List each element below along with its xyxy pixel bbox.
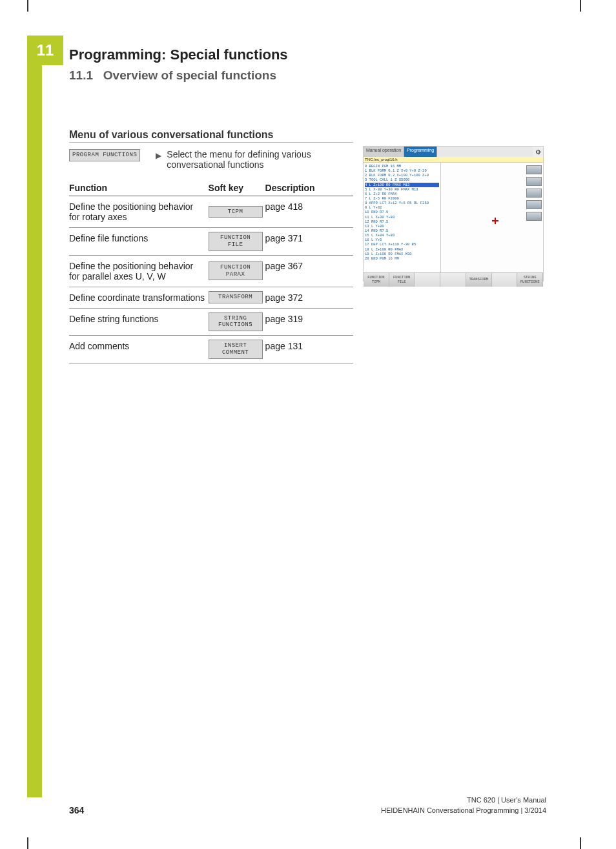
sc-code-line: 19 L Z+100 R0 FMAX M30 [365, 252, 439, 256]
cell-function: Define the positioning behavior for rota… [69, 196, 209, 228]
subtitle-number: 11.1 [69, 68, 93, 82]
sc-code-listing: 0 BEGIN PGM 16 MM1 BLK FORM 0.1 Z X+0 Y+… [364, 163, 441, 272]
cell-function: Add comments [69, 336, 209, 363]
arrow-icon: ▶ [156, 151, 161, 170]
crop-mark [580, 0, 581, 12]
section-heading: Menu of various conversational functions [69, 129, 353, 143]
page-title: Programming: Special functions [69, 46, 288, 63]
axis-button [526, 165, 542, 174]
sc-code-line: 9 L Y+32 [365, 205, 439, 210]
cell-description: page 319 [265, 308, 353, 336]
sc-softkey [415, 273, 440, 287]
sc-softkey-row: FUNCTION TCPMFUNCTION FILETRANSFORMSTRIN… [364, 272, 543, 287]
gear-icon: ⚙ [533, 147, 543, 157]
crop-mark [27, 0, 28, 12]
th-function: Function [69, 179, 209, 196]
intro-text: Select the menu for defining various con… [167, 149, 353, 170]
cell-description: page 371 [265, 228, 353, 256]
sc-code-line: 2 BLK FORM 0.2 X+100 Y+100 Z+0 [365, 173, 439, 178]
softkey-string-functions: STRING FUNCTIONS [209, 312, 263, 332]
crosshair-icon [492, 218, 498, 224]
th-softkey: Soft key [209, 179, 265, 196]
sc-code-line: 16 L Y+5 [365, 238, 439, 242]
sc-softkey [492, 273, 518, 287]
softkey-program-functions: PROGRAM FUNCTIONS [69, 149, 140, 161]
chapter-number-badge: 11 [27, 36, 63, 65]
sc-code-line: 12 RND R7.5 [365, 220, 439, 224]
sc-code-line: 4 L Z+100 R0 FMAX M13 [365, 183, 439, 187]
table-row: Define file functions FUNCTION FILE page… [69, 228, 353, 256]
sc-code-line: 0 BEGIN PGM 16 MM [365, 164, 439, 169]
softkey-insert-comment: INSERT COMMENT [209, 340, 263, 359]
axis-button [526, 189, 542, 198]
functions-table: Function Soft key Description Define the… [69, 179, 353, 363]
sc-code-line: 17 DEP LCT X+110 Y-30 R5 [365, 242, 439, 247]
cell-description: page 367 [265, 255, 353, 287]
table-row: Define the positioning behavior for para… [69, 255, 353, 287]
sc-code-line: 6 L Z+2 R0 FMAX [365, 192, 439, 196]
softkey-function-file: FUNCTION FILE [209, 232, 263, 251]
sc-code-line: 15 L X+84 Y+80 [365, 233, 439, 238]
sc-tab-programming: Programming [404, 147, 437, 157]
axis-button [526, 200, 542, 209]
sc-code-line: 18 L Z+100 R0 FMAX [365, 247, 439, 252]
softkey-transform: TRANSFORM [209, 291, 263, 303]
crop-mark [27, 837, 28, 849]
table-row: Add comments INSERT COMMENT page 131 [69, 336, 353, 363]
page-subtitle: 11.1 Overview of special functions [69, 68, 276, 83]
sc-softkey [440, 273, 466, 287]
table-row: Define coordinate transformations TRANSF… [69, 287, 353, 308]
sc-code-line: 5 L X-30 Y+30 R0 FMAX M13 [365, 187, 439, 192]
axis-button [526, 177, 542, 186]
axis-button [526, 212, 542, 221]
sc-code-line: 20 END PGM 16 MM [365, 256, 439, 261]
cell-description: page 418 [265, 196, 353, 228]
sc-code-line: 7 L Z-5 R0 F2000 [365, 196, 439, 201]
sc-softkey: TRANSFORM [466, 273, 492, 287]
softkey-function-parax: FUNCTION PARAX [209, 261, 263, 281]
crop-mark [580, 837, 581, 849]
footer-text: TNC 620 | User's Manual HEIDENHAIN Conve… [381, 795, 546, 815]
cell-function: Define file functions [69, 228, 209, 256]
th-description: Description [265, 179, 353, 196]
sc-softkey: FUNCTION FILE [389, 273, 415, 287]
sc-code-line: 1 BLK FORM 0.1 Z X+0 Y+0 Z-20 [365, 169, 439, 173]
sc-code-line: 14 RND R7.5 [365, 229, 439, 233]
cnc-screenshot: Manual operation Programming ⚙ TNC:\nc_p… [363, 146, 544, 281]
sc-path: TNC:\nc_prog\16.h [364, 157, 543, 163]
sc-code-line: 10 RND R7.5 [365, 210, 439, 214]
cell-function: Define string functions [69, 308, 209, 336]
table-row: Define string functions STRING FUNCTIONS… [69, 308, 353, 336]
cell-function: Define coordinate transformations [69, 287, 209, 308]
sc-code-line: 13 L Y+80 [365, 224, 439, 229]
cell-function: Define the positioning behavior for para… [69, 255, 209, 287]
softkey-tcpm: TCPM [209, 206, 263, 218]
cell-description: page 131 [265, 336, 353, 363]
sc-code-line: 3 TOOL CALL 1 Z S5000 [365, 178, 439, 182]
sc-softkey: FUNCTION TCPM [364, 273, 389, 287]
table-row: Define the positioning behavior for rota… [69, 196, 353, 228]
page-number: 364 [69, 805, 84, 815]
sc-code-line: 8 APPR LCT X+12 Y+5 R5 RL F250 [365, 201, 439, 205]
cell-description: page 372 [265, 287, 353, 308]
sc-softkey: STRING FUNCTIONS [517, 273, 543, 287]
subtitle-text: Overview of special functions [103, 68, 276, 82]
chapter-sidebar [27, 36, 42, 797]
sc-code-line: 11 L X+30 Y+80 [365, 215, 439, 220]
sc-tab-manual: Manual operation [364, 147, 404, 157]
sc-graphic-view [441, 163, 543, 272]
